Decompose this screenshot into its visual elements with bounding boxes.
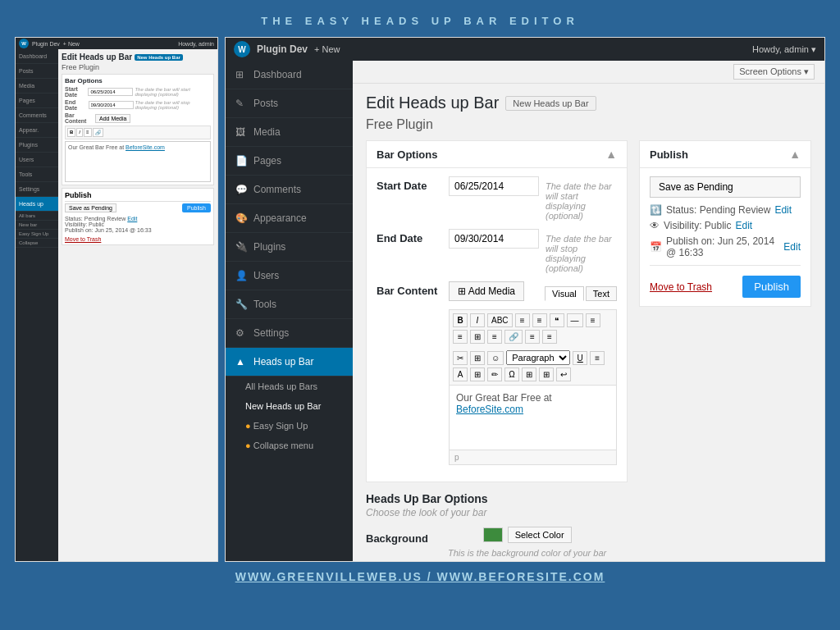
rp-sidebar-comments[interactable]: 💬 Comments <box>226 176 353 204</box>
rp-tb-omega[interactable]: Ω <box>504 368 519 381</box>
rp-sidebar-allbars[interactable]: All Heads up Bars <box>226 377 353 396</box>
rp-tb-table[interactable]: ⊞ <box>470 351 485 365</box>
lp-sidebar-collapse[interactable]: Collapse <box>16 239 58 248</box>
rp-text-tab[interactable]: Text <box>586 286 617 301</box>
rp-tb-emoji[interactable]: ☺ <box>487 351 504 365</box>
rp-end-date-row: End Date The date the bar will stop disp… <box>377 229 617 273</box>
rp-tb-bold[interactable]: B <box>453 313 468 327</box>
lp-tb-more[interactable]: ≡ <box>84 128 92 137</box>
rp-save-pending-btn[interactable]: Save as Pending <box>650 176 801 198</box>
lp-new-link[interactable]: + New <box>63 41 80 47</box>
lp-tb-link[interactable]: 🔗 <box>93 128 103 137</box>
lp-main-content: Edit Heads up Bar New Heads up Bar Free … <box>58 49 217 561</box>
lp-publish-btn[interactable]: Publish <box>182 203 211 212</box>
lp-sidebar-newbar[interactable]: New bar <box>16 221 58 230</box>
rp-trash-link[interactable]: Move to Trash <box>650 281 712 293</box>
lp-status-edit[interactable]: Edit <box>127 216 137 221</box>
rp-tb-alignr[interactable]: ⊞ <box>470 330 485 344</box>
rp-tb-unlink[interactable]: ≡ <box>525 330 540 344</box>
lp-save-pending-btn[interactable]: Save as Pending <box>65 203 116 212</box>
rp-tb-justify[interactable]: ≡ <box>590 351 605 365</box>
rp-tb-paste[interactable]: ⊞ <box>470 368 485 381</box>
lp-add-media-btn[interactable]: Add Media <box>95 114 130 123</box>
rp-tb-italic[interactable]: I <box>470 313 485 327</box>
rp-sidebar-tools[interactable]: 🔧 Tools <box>226 290 353 319</box>
rp-publish-btn[interactable]: Publish <box>742 276 801 298</box>
page-footer: WWW.GREENVILLEWEB.US / WWW.BEFORESITE.CO… <box>0 562 840 591</box>
rp-tb-ol[interactable]: ≡ <box>532 313 547 327</box>
rp-start-date-input[interactable] <box>449 176 539 196</box>
rp-tb-outdent[interactable]: ⊞ <box>539 368 554 381</box>
rp-sidebar-easysignup[interactable]: ● Easy Sign Up <box>226 416 353 436</box>
rp-sidebar-settings[interactable]: ⚙ Settings <box>226 319 353 348</box>
lp-sidebar-media[interactable]: Media <box>16 79 58 94</box>
lp-sidebar-users[interactable]: Users <box>16 153 58 167</box>
tools-icon: 🔧 <box>235 299 249 310</box>
rp-sidebar-appearance[interactable]: 🎨 Appearance <box>226 204 353 233</box>
lp-trash-link[interactable]: Move to Trash <box>65 236 101 242</box>
lp-sidebar-easysignup[interactable]: Easy Sign Up <box>16 230 58 239</box>
rp-tb-more2[interactable]: ≡ <box>542 330 557 344</box>
rp-site-name[interactable]: Plugin Dev <box>257 43 308 55</box>
lp-start-date-input[interactable] <box>88 88 133 96</box>
rp-new-link[interactable]: + New <box>314 44 340 54</box>
rp-tb-alignl[interactable]: ≡ <box>586 313 600 327</box>
rp-background-select-btn[interactable]: Select Color <box>508 527 572 543</box>
lp-sidebar-pages[interactable]: Pages <box>16 94 58 108</box>
rp-sidebar-newbar[interactable]: New Heads up Bar <box>226 396 353 416</box>
lp-tb-bold[interactable]: B <box>67 128 75 137</box>
rp-add-media-btn[interactable]: ⊞ Add Media <box>449 281 524 301</box>
rp-bar-options-toggle[interactable]: ▲ <box>605 148 617 161</box>
rp-sidebar-posts[interactable]: ✎ Posts <box>226 89 353 118</box>
rp-tb-indent[interactable]: ⊞ <box>522 368 536 381</box>
lp-sidebar-appearance[interactable]: Appear. <box>16 123 58 138</box>
rp-tb-quote[interactable]: ❝ <box>550 313 564 327</box>
rp-tb-color[interactable]: A <box>453 368 468 381</box>
rp-sidebar-plugins[interactable]: 🔌 Plugins <box>226 233 353 262</box>
rp-tb-alignj[interactable]: ≡ <box>487 330 502 344</box>
rp-tb-underline[interactable]: U <box>573 351 587 365</box>
rp-topbar: W Plugin Dev + New Howdy, admin ▾ <box>226 38 824 61</box>
lp-sidebar-dashboard[interactable]: Dashboard <box>16 49 58 64</box>
rp-tb-pencil[interactable]: ✏ <box>487 368 502 381</box>
lp-sidebar-settings[interactable]: Settings <box>16 182 58 197</box>
rp-editor-area[interactable]: Our Great Bar Free at BeforeSite.com <box>449 385 617 450</box>
rp-sidebar-dashboard[interactable]: ⊞ Dashboard <box>226 61 353 89</box>
rp-tb-cut[interactable]: ✂ <box>453 351 468 365</box>
rp-admin-name[interactable]: Howdy, admin ▾ <box>752 44 816 55</box>
rp-publish-on-edit-link[interactable]: Edit <box>783 241 801 253</box>
lp-sidebar-comments[interactable]: Comments <box>16 108 58 123</box>
visibility-icon: 👁 <box>650 220 660 231</box>
rp-paragraph-select[interactable]: Paragraph Heading 1 Heading 2 <box>506 350 570 365</box>
header-title: THE EASY HEADS UP BAR EDITOR <box>261 15 579 27</box>
rp-sidebar-headsupbar[interactable]: ▲ Heads up Bar <box>226 348 353 377</box>
rp-tb-ul[interactable]: ≡ <box>515 313 530 327</box>
rp-editor-link[interactable]: BeforeSite.com <box>456 404 523 415</box>
lp-sidebar-plugins[interactable]: Plugins <box>16 138 58 153</box>
rp-end-date-input[interactable] <box>449 229 539 249</box>
rp-tb-link[interactable]: 🔗 <box>504 330 523 344</box>
rp-screen-options-btn[interactable]: Screen Options ▾ <box>733 64 815 80</box>
lp-sidebar-headsupbar[interactable]: Heads up <box>16 197 58 212</box>
rp-visibility-edit-link[interactable]: Edit <box>736 220 753 231</box>
rp-sidebar-users[interactable]: 👤 Users <box>226 262 353 290</box>
rp-visual-tab[interactable]: Visual <box>545 286 584 301</box>
lp-sidebar-tools[interactable]: Tools <box>16 167 58 182</box>
lp-end-date-input[interactable] <box>89 101 134 109</box>
footer-links[interactable]: WWW.GREENVILLEWEB.US / WWW.BEFORESITE.CO… <box>235 570 605 583</box>
rp-tb-alignc[interactable]: ≡ <box>453 330 468 344</box>
rp-publish-toggle[interactable]: ▲ <box>789 148 801 161</box>
rp-sidebar-collapse[interactable]: ● Collapse menu <box>226 436 353 455</box>
lp-bar-content-label: Bar Content <box>65 112 94 124</box>
rp-status-edit-link[interactable]: Edit <box>774 204 792 216</box>
lp-sidebar-posts[interactable]: Posts <box>16 64 58 79</box>
rp-tb-undo[interactable]: ↩ <box>556 368 571 381</box>
lp-editor[interactable]: Our Great Bar Free at BeforeSite.com <box>65 141 211 182</box>
lp-sidebar-allbars[interactable]: All bars <box>16 212 58 221</box>
rp-tb-hr[interactable]: — <box>567 313 583 327</box>
lp-tb-italic[interactable]: I <box>76 128 83 137</box>
rp-sidebar-pages[interactable]: 📄 Pages <box>226 147 353 176</box>
rp-tb-abc[interactable]: ABC <box>487 313 513 327</box>
rp-sidebar-media[interactable]: 🖼 Media <box>226 118 353 147</box>
plugins-icon: 🔌 <box>235 241 249 253</box>
